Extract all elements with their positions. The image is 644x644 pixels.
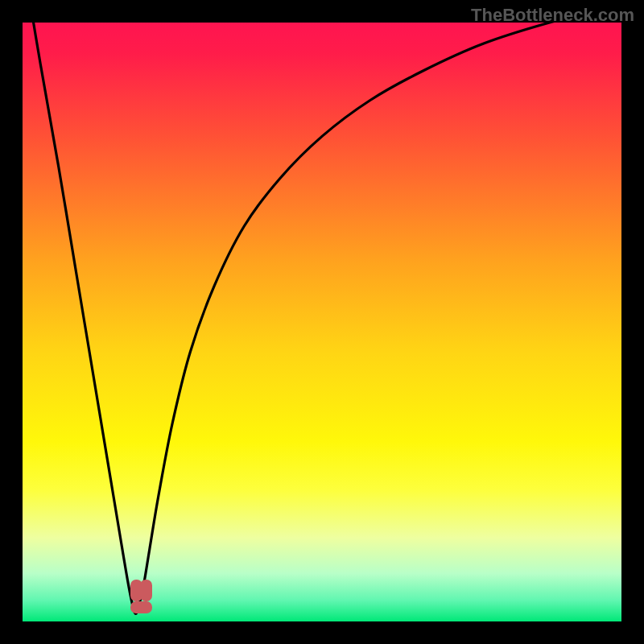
chart-frame: TheBottleneck.com bbox=[0, 0, 644, 644]
marker-min-right bbox=[140, 580, 152, 601]
bottleneck-curve bbox=[26, 23, 621, 613]
curve-layer bbox=[23, 23, 621, 621]
watermark-text: TheBottleneck.com bbox=[471, 5, 634, 26]
plot-area bbox=[23, 23, 621, 621]
marker-min-base bbox=[130, 601, 152, 613]
